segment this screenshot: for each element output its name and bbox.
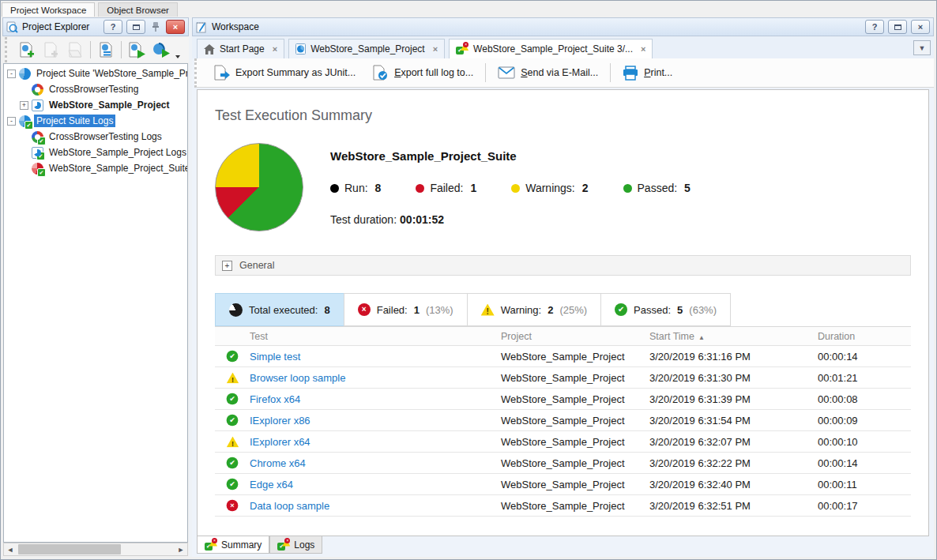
suite-name: WebStore_Sample_Project_Suite	[330, 149, 691, 163]
project-explorer-header: Project Explorer ? ×	[2, 17, 189, 36]
filter-tab-passed[interactable]: ✔Passed:5(63%)	[600, 293, 731, 326]
add-item-icon[interactable]	[40, 39, 62, 60]
table-row[interactable]: ✔Simple testWebStore_Sample_Project3/20/…	[215, 346, 911, 367]
restore-button[interactable]	[126, 20, 145, 34]
test-link[interactable]: Simple test	[250, 351, 300, 363]
doc-tab-label: WebStore_Sample_Project	[310, 43, 425, 54]
doc-tab-start-page[interactable]: Start Page×	[197, 39, 284, 58]
bottom-tab-logs[interactable]: ✔×Logs	[269, 536, 322, 554]
close-tab-icon[interactable]: ×	[433, 44, 438, 54]
pin-icon[interactable]	[149, 20, 162, 34]
close-tab-icon[interactable]: ×	[641, 44, 645, 54]
toolbar-button-export-full-log-to[interactable]: Export full log to...	[365, 62, 480, 84]
filter-tab-label: Warning:	[501, 304, 542, 316]
test-link[interactable]: Edge x64	[250, 479, 293, 490]
warning-icon	[226, 436, 239, 447]
filter-tab-label: Total executed:	[249, 304, 318, 316]
horizontal-scrollbar[interactable]: ◄ ►	[3, 543, 188, 556]
table-row[interactable]: ✔Chrome x64WebStore_Sample_Project3/20/2…	[215, 453, 911, 474]
toolbar-button-label: Export full log to...	[394, 67, 473, 78]
run-project-icon[interactable]	[126, 39, 148, 60]
column-header-start-time[interactable]: Start Time▲	[649, 331, 818, 342]
organize-tests-icon[interactable]	[95, 39, 117, 60]
toolbar-button-send-via-e-mail[interactable]: Send via E-Mail...	[491, 63, 604, 82]
run-dropdown-icon[interactable]	[175, 55, 180, 58]
tab-object-browser[interactable]: Object Browser	[98, 2, 178, 17]
scroll-left-icon[interactable]: ◄	[4, 543, 17, 555]
filter-tab-count: 5	[677, 304, 683, 316]
open-file-icon[interactable]	[64, 39, 86, 60]
workspace-close-button[interactable]: ×	[911, 20, 930, 34]
page-title: Test Execution Summary	[215, 107, 911, 124]
scrollbar-thumb[interactable]	[18, 544, 121, 554]
scroll-right-icon[interactable]: ►	[175, 543, 187, 555]
test-name-cell: Data loop sample	[250, 500, 501, 512]
table-row[interactable]: ×Data loop sampleWebStore_Sample_Project…	[215, 495, 911, 517]
table-row[interactable]: ✔Edge x64WebStore_Sample_Project3/20/201…	[215, 474, 911, 495]
doc-tab-webstore-sample-project-suite-3-[interactable]: ✔×WebStore_Sample_Project_Suite 3/...×	[449, 39, 653, 58]
filter-tab-warning[interactable]: Warning:2(25%)	[467, 293, 601, 326]
print-icon	[623, 66, 638, 81]
row-status-cell: ✔	[215, 414, 250, 427]
tree-expander-icon[interactable]: -	[7, 117, 16, 126]
column-header-duration[interactable]: Duration	[818, 331, 889, 342]
test-link[interactable]: Firefox x64	[250, 393, 300, 405]
warning-icon	[481, 304, 495, 316]
tree-item[interactable]: WebStore_Sample_Project Logs	[4, 145, 187, 160]
tab-list-dropdown-icon[interactable]: ▼	[913, 40, 931, 55]
general-section-header[interactable]: + General	[215, 255, 911, 276]
bottom-tab-label: Summary	[221, 539, 262, 551]
cross-logs-icon	[32, 131, 43, 143]
workspace-help-button[interactable]: ?	[865, 20, 884, 34]
stat-dot-icon	[511, 184, 520, 193]
bottom-tab-summary[interactable]: ✔×Summary	[197, 536, 269, 554]
tree-item[interactable]: WebStore_Sample_Project_Suite 3/2	[4, 160, 187, 176]
workspace-tab-strip: Project Workspace Object Browser	[1, 1, 936, 17]
test-name-cell: Browser loop sample	[250, 372, 501, 384]
results-pie-chart	[215, 143, 303, 231]
duration-cell: 00:00:10	[818, 436, 889, 448]
column-header-test[interactable]: Test	[250, 331, 501, 342]
tree-item[interactable]: CrossBrowserTesting Logs	[4, 129, 187, 145]
warning-icon	[226, 372, 239, 383]
test-link[interactable]: IExplorer x64	[250, 436, 310, 448]
toolbar-button-export-summary-as-junit[interactable]: Export Summary as JUnit...	[206, 62, 362, 84]
run-suite-icon[interactable]	[150, 39, 172, 60]
column-header-label: Duration	[818, 331, 855, 342]
table-row[interactable]: ✔Firefox x64WebStore_Sample_Project3/20/…	[215, 389, 911, 410]
table-row[interactable]: IExplorer x64WebStore_Sample_Project3/20…	[215, 431, 911, 453]
column-header-project[interactable]: Project	[501, 331, 649, 342]
tree-item[interactable]: -Project Suite 'WebStore_Sample_Project	[4, 66, 187, 81]
table-row[interactable]: ✔IExplorer x86WebStore_Sample_Project3/2…	[215, 410, 911, 431]
project-cell: WebStore_Sample_Project	[501, 500, 649, 512]
filter-tab-totalexecuted[interactable]: Total executed:8	[215, 293, 344, 326]
test-link[interactable]: Browser loop sample	[250, 372, 345, 384]
expand-icon[interactable]: +	[222, 261, 232, 271]
toolbar-button-print[interactable]: Print...	[616, 62, 679, 84]
tree-item[interactable]: CrossBrowserTesting	[4, 81, 187, 97]
row-status-cell: ×	[215, 499, 250, 512]
test-link[interactable]: IExplorer x86	[250, 415, 310, 427]
close-tab-icon[interactable]: ×	[273, 44, 277, 54]
test-link[interactable]: Data loop sample	[250, 500, 329, 512]
doc-tab-webstore-sample-project[interactable]: WebStore_Sample_Project×	[288, 39, 445, 58]
log-toolbar: Export Summary as JUnit...Export full lo…	[194, 58, 934, 88]
tree-item[interactable]: -Project Suite Logs	[4, 113, 187, 129]
workspace-restore-button[interactable]	[888, 20, 907, 34]
test-link[interactable]: Chrome x64	[250, 457, 306, 469]
stat-label: Run:	[344, 182, 368, 194]
tree-expander-icon[interactable]: +	[20, 101, 28, 110]
project-icon	[295, 43, 306, 54]
tree-expander-icon[interactable]: -	[7, 70, 16, 78]
filter-tab-failed[interactable]: ×Failed:1(13%)	[344, 293, 468, 326]
tab-project-workspace[interactable]: Project Workspace	[2, 2, 95, 17]
table-row[interactable]: Browser loop sampleWebStore_Sample_Proje…	[215, 367, 911, 389]
home-icon	[204, 44, 215, 54]
tree-item[interactable]: +WebStore_Sample_Project	[4, 97, 187, 113]
toolbar-separator	[121, 41, 122, 58]
stat-label: Failed:	[430, 182, 463, 194]
help-button[interactable]: ?	[103, 20, 122, 34]
close-panel-button[interactable]: ×	[166, 20, 185, 34]
start-time-cell: 3/20/2019 6:32:07 PM	[649, 436, 818, 448]
add-project-icon[interactable]	[15, 39, 37, 60]
